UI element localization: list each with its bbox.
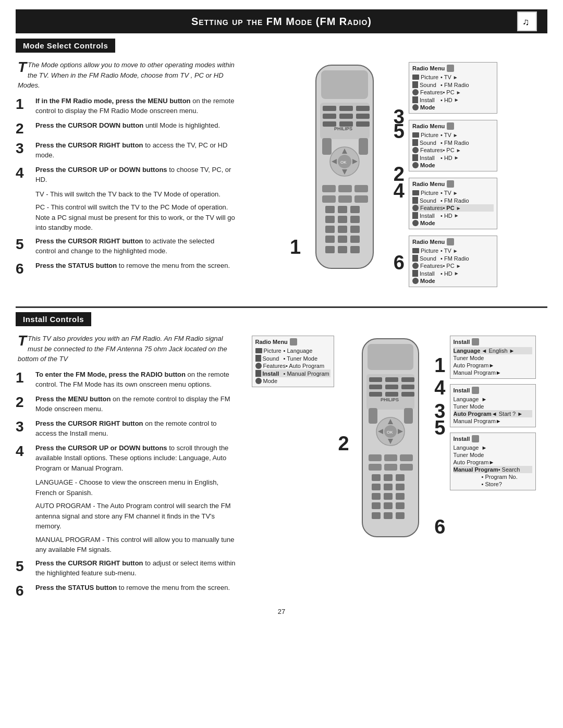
speaker-icon-2 (412, 139, 418, 146)
svg-rect-56 (400, 454, 413, 461)
main-title-bar: Setting up the FM Mode (FM Radio) ♫ (16, 9, 547, 33)
install3-progno-row: • Program No. (454, 473, 532, 480)
mode-intro: TThe Mode options allow you to move to o… (16, 60, 236, 91)
svg-rect-22 (325, 216, 335, 223)
tv-icon-2 (412, 132, 419, 138)
install-manual-row: Manual Program ► (454, 369, 532, 376)
install-menu-auto: Install Language ► Tuner Mode Auto P (450, 384, 536, 427)
radio-menu-icon-1 (447, 65, 454, 72)
mode-icon-3 (412, 220, 419, 226)
install-visual-col: Radio Menu Picture • Language Sound • Tu… (240, 334, 547, 602)
install-step-4: 4 Press the CURSOR UP or DOWN buttons to… (16, 443, 236, 474)
menu4-row-features: Features • PC ► (412, 262, 494, 269)
install-icon-1 (472, 338, 479, 346)
mode-select-section: Mode Select Controls TThe Mode options a… (16, 39, 547, 301)
svg-rect-42 (339, 121, 353, 127)
menu1-row-sound: Sound • FM Radio (412, 81, 494, 89)
svg-rect-14 (322, 195, 336, 203)
gear-icon-3 (412, 205, 419, 211)
install2-lang-row: Language ► (454, 396, 532, 403)
gear-icon-4 (412, 263, 419, 269)
menu2-row-picture: Picture • TV ► (412, 131, 494, 139)
wrench-icon (412, 96, 418, 103)
mode-menu-4: Radio Menu Picture • TV ► Sound • FM Rad… (409, 236, 497, 287)
svg-rect-82 (385, 385, 398, 389)
mode-menu-1: Radio Menu Picture • TV ► Sound • FM Rad… (409, 62, 497, 114)
gear-icon (412, 89, 419, 95)
radio-menu-icon-3 (447, 180, 454, 188)
svg-rect-63 (384, 474, 393, 481)
svg-rect-71 (372, 502, 381, 509)
menu1-row-picture: Picture • TV ► (412, 73, 494, 81)
install-step-1: 1 To enter the FM Mode, press the RADIO … (16, 369, 236, 390)
svg-rect-2 (321, 70, 368, 99)
page: Setting up the FM Mode (FM Radio) ♫ Mode… (0, 0, 563, 728)
svg-rect-41 (323, 121, 336, 127)
svg-rect-80 (401, 377, 414, 382)
install-menu-lang: Install Language ◄ English ► Tuner Mode (450, 336, 536, 379)
svg-rect-59 (400, 464, 413, 471)
svg-rect-36 (339, 106, 353, 111)
install-para-manual: MANUAL PROGRAM - This control will allow… (35, 535, 236, 555)
svg-rect-33 (350, 246, 360, 253)
svg-rect-83 (401, 385, 414, 389)
svg-rect-26 (338, 226, 347, 233)
install3-manual-row: Manual Program • Search (454, 466, 532, 473)
menu1-row-install: Install • HD ► (412, 96, 494, 104)
speaker-icon-4 (412, 255, 418, 262)
install-icon-3 (472, 435, 479, 442)
svg-rect-23 (338, 216, 347, 223)
svg-rect-11 (322, 185, 336, 192)
install-menu-install: Install • Manual Program (255, 369, 331, 377)
svg-rect-43 (356, 121, 370, 127)
svg-rect-40 (356, 114, 370, 119)
install-remote-area: OK (337, 334, 447, 602)
svg-rect-27 (350, 226, 360, 233)
menu3-row-mode: Mode (412, 219, 494, 227)
svg-rect-32 (338, 246, 347, 253)
install-tuner-row: Tuner Mode (454, 354, 532, 362)
tv-icon-3 (412, 190, 419, 195)
svg-rect-61 (404, 408, 413, 424)
mode-icon-4 (412, 278, 419, 284)
svg-rect-57 (369, 464, 382, 471)
svg-rect-19 (325, 206, 335, 213)
mode-left-col: TThe Mode options allow you to move to o… (16, 60, 240, 301)
install-step-2: 2 Press the MENU button on the remote co… (16, 394, 236, 414)
mode-step-1: 1 If in the FM Radio mode, press the MEN… (16, 96, 236, 116)
install2-tuner-row: Tuner Mode (454, 403, 532, 410)
install-content-row: TThis TV also provides you with an FM Ra… (16, 334, 547, 602)
install-lang-row: Language ◄ English ► (454, 347, 532, 354)
mode-icon-2 (412, 162, 419, 168)
mode-remote-area: OK (290, 60, 405, 301)
install2-auto-row: Auto Program ◄ Start ? ► (454, 410, 532, 417)
menu3-row-features: Features • PC ► (412, 204, 494, 212)
step-4-overlay: 4 (394, 181, 405, 201)
menu1-row-features: Features • PC ► (412, 89, 494, 96)
svg-rect-69 (384, 493, 393, 500)
svg-rect-21 (350, 206, 360, 213)
svg-text:PHILIPS: PHILIPS (381, 397, 399, 402)
svg-rect-76 (396, 512, 405, 519)
svg-rect-64 (396, 474, 405, 481)
install-step-5: 5 Press the CURSOR RIGHT button to adjus… (16, 558, 236, 578)
wrench-icon-3 (412, 212, 418, 219)
wrench-icon-4 (412, 270, 418, 277)
tv-icon-i (255, 348, 262, 353)
section-divider (16, 306, 547, 308)
menu1-row-mode: Mode (412, 104, 494, 111)
svg-text:OK: OK (340, 160, 347, 165)
speaker-icon (412, 81, 418, 88)
menu4-row-picture: Picture • TV ► (412, 247, 494, 254)
mode-step-6: 6 Press the STATUS button to remove the … (16, 261, 236, 276)
svg-rect-12 (338, 185, 352, 192)
svg-rect-73 (396, 502, 405, 509)
svg-rect-15 (338, 195, 352, 203)
svg-rect-68 (372, 493, 381, 500)
mode-step-2: 2 Press the CURSOR DOWN button until Mod… (16, 120, 236, 136)
step-5-b-overlay: 5 (434, 418, 445, 438)
svg-rect-13 (354, 185, 368, 192)
svg-rect-29 (338, 236, 347, 243)
install-left-col: TThis TV also provides you with an FM Ra… (16, 334, 240, 602)
install-menu-manual: Install Language ► Tuner Mode Auto P (450, 433, 536, 490)
